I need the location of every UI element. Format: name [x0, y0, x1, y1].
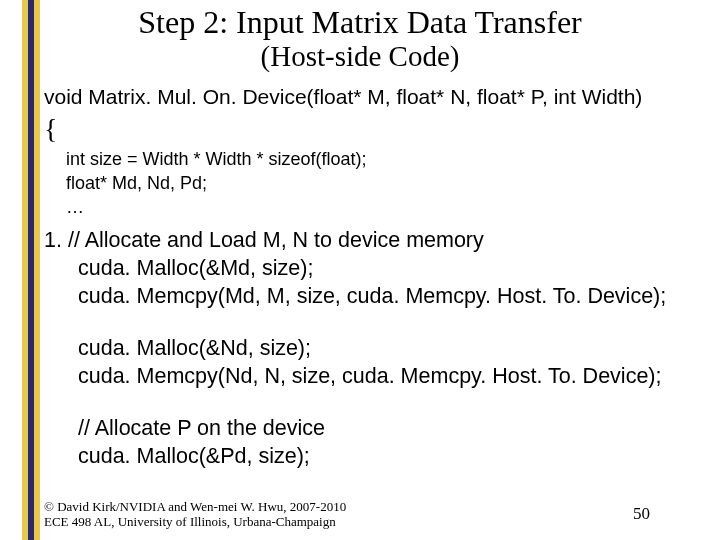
- slide-body: void Matrix. Mul. On. Device(float* M, f…: [0, 85, 720, 471]
- step-2: cuda. Malloc(&Nd, size); cuda. Memcpy(Nd…: [44, 335, 708, 391]
- copyright-footer: © David Kirk/NVIDIA and Wen-mei W. Hwu, …: [44, 499, 346, 530]
- page-number: 50: [633, 504, 650, 524]
- code-line: cuda. Malloc(&Pd, size);: [78, 443, 708, 471]
- function-signature: void Matrix. Mul. On. Device(float* M, f…: [44, 85, 708, 109]
- slide: Step 2: Input Matrix Data Transfer (Host…: [0, 0, 720, 540]
- code-line: int size = Width * Width * sizeof(float)…: [66, 147, 708, 171]
- local-decls: int size = Width * Width * sizeof(float)…: [66, 147, 708, 220]
- slide-title: Step 2: Input Matrix Data Transfer: [0, 6, 720, 40]
- code-line: …: [66, 195, 708, 219]
- code-line: cuda. Malloc(&Md, size);: [78, 255, 708, 283]
- slide-subtitle: (Host-side Code): [0, 42, 720, 71]
- open-brace: {: [44, 113, 708, 145]
- code-line: float* Md, Nd, Pd;: [66, 171, 708, 195]
- footer-line: © David Kirk/NVIDIA and Wen-mei W. Hwu, …: [44, 499, 346, 515]
- code-line: // Allocate P on the device: [78, 415, 708, 443]
- code-line: cuda. Memcpy(Nd, N, size, cuda. Memcpy. …: [78, 363, 708, 391]
- code-line: cuda. Memcpy(Md, M, size, cuda. Memcpy. …: [78, 283, 708, 311]
- code-line: 1. // Allocate and Load M, N to device m…: [44, 227, 708, 255]
- footer-line: ECE 498 AL, University of Illinois, Urba…: [44, 514, 346, 530]
- step-1: 1. // Allocate and Load M, N to device m…: [44, 227, 708, 311]
- step-3: // Allocate P on the device cuda. Malloc…: [44, 415, 708, 471]
- code-line: cuda. Malloc(&Nd, size);: [78, 335, 708, 363]
